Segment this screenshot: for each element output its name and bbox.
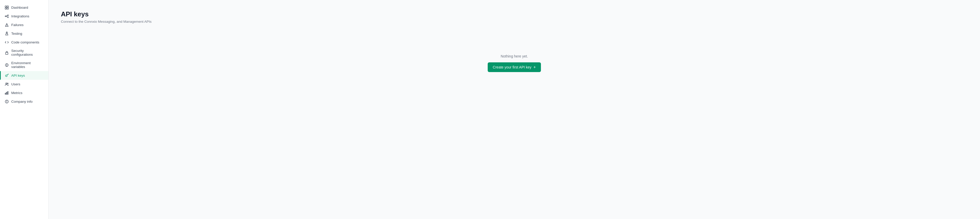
sidebar-label-security-configurations: Security configurations bbox=[11, 49, 44, 57]
svg-line-8 bbox=[6, 16, 8, 17]
svg-rect-20 bbox=[5, 93, 6, 94]
sidebar-item-metrics[interactable]: Metrics bbox=[0, 89, 48, 97]
page-title: API keys bbox=[61, 10, 968, 18]
sidebar-label-testing: Testing bbox=[11, 32, 22, 35]
svg-rect-22 bbox=[8, 91, 8, 94]
users-icon bbox=[5, 82, 9, 86]
sidebar-item-dashboard[interactable]: Dashboard bbox=[0, 3, 48, 12]
security-icon bbox=[5, 51, 9, 55]
testing-icon bbox=[5, 32, 9, 35]
sidebar-label-api-keys: API keys bbox=[11, 74, 25, 78]
svg-rect-0 bbox=[5, 6, 6, 7]
sidebar-label-dashboard: Dashboard bbox=[11, 6, 28, 10]
sidebar-item-api-keys[interactable]: API keys bbox=[0, 71, 48, 80]
svg-point-4 bbox=[5, 16, 6, 17]
svg-line-17 bbox=[8, 74, 8, 75]
plus-icon: + bbox=[533, 65, 536, 70]
metrics-icon bbox=[5, 91, 9, 95]
svg-point-15 bbox=[5, 75, 7, 77]
sidebar-item-users[interactable]: Users bbox=[0, 80, 48, 89]
svg-rect-2 bbox=[5, 8, 6, 9]
main-content: API keys Connect to the Connxio Messagin… bbox=[49, 0, 980, 219]
svg-rect-3 bbox=[7, 8, 8, 9]
environment-icon bbox=[5, 63, 9, 67]
sidebar-item-failures[interactable]: Failures bbox=[0, 21, 48, 29]
page-subtitle: Connect to the Connxio Messaging, and Ma… bbox=[61, 20, 968, 24]
create-api-key-button[interactable]: Create your first API key + bbox=[488, 62, 541, 72]
sidebar-label-company-info: Company info bbox=[11, 100, 32, 103]
sidebar-label-integrations: Integrations bbox=[11, 14, 29, 18]
empty-state: Nothing here yet. Create your first API … bbox=[61, 54, 968, 72]
svg-point-18 bbox=[6, 83, 7, 84]
sidebar-label-environment-variables: Environment variables bbox=[11, 61, 44, 69]
svg-line-7 bbox=[6, 15, 8, 16]
create-button-label: Create your first API key bbox=[493, 65, 531, 69]
sidebar-item-security-configurations[interactable]: Security configurations bbox=[0, 46, 48, 59]
sidebar-item-testing[interactable]: Testing bbox=[0, 29, 48, 38]
sidebar-label-failures: Failures bbox=[11, 23, 24, 27]
svg-rect-12 bbox=[5, 52, 8, 54]
sidebar: Dashboard Integrations Failures Testing … bbox=[0, 0, 49, 219]
sidebar-label-users: Users bbox=[11, 82, 20, 86]
company-icon bbox=[5, 99, 9, 103]
sidebar-item-company-info[interactable]: Company info bbox=[0, 97, 48, 106]
svg-point-19 bbox=[7, 83, 8, 84]
sidebar-item-code-components[interactable]: Code components bbox=[0, 38, 48, 46]
sidebar-item-environment-variables[interactable]: Environment variables bbox=[0, 59, 48, 71]
integrations-icon bbox=[5, 14, 9, 18]
svg-rect-1 bbox=[7, 6, 8, 7]
svg-point-5 bbox=[8, 14, 8, 16]
svg-rect-21 bbox=[6, 92, 7, 94]
code-icon bbox=[5, 40, 9, 44]
empty-state-text: Nothing here yet. bbox=[501, 54, 528, 58]
sidebar-item-integrations[interactable]: Integrations bbox=[0, 12, 48, 21]
sidebar-label-code-components: Code components bbox=[11, 40, 40, 44]
api-keys-icon bbox=[5, 73, 9, 78]
failures-icon bbox=[5, 23, 9, 27]
svg-point-6 bbox=[8, 17, 8, 17]
dashboard-icon bbox=[5, 5, 9, 10]
sidebar-label-metrics: Metrics bbox=[11, 91, 22, 95]
content-area: API keys Connect to the Connxio Messagin… bbox=[49, 0, 980, 219]
svg-point-24 bbox=[6, 101, 7, 101]
